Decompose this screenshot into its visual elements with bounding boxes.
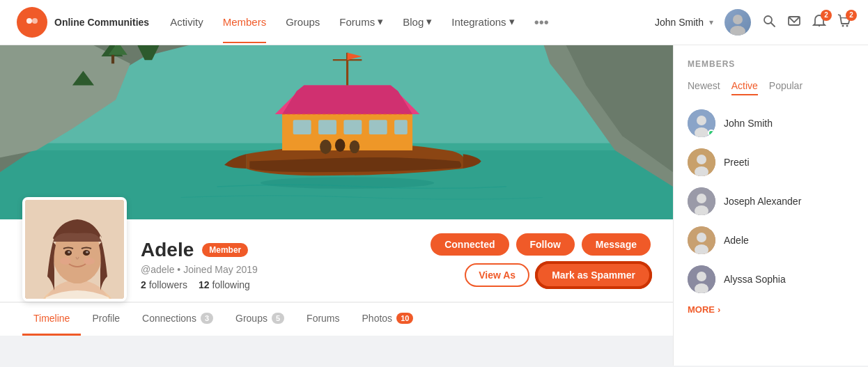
user-avatar[interactable] bbox=[724, 9, 751, 36]
followers-count: 2 followers bbox=[141, 279, 187, 290]
profile-avatar bbox=[25, 200, 124, 299]
follow-button[interactable]: Follow bbox=[516, 233, 575, 256]
svg-point-8 bbox=[842, 24, 844, 26]
nav-integrations[interactable]: Integrations ▾ bbox=[451, 1, 514, 43]
tab-forums[interactable]: Forums bbox=[295, 303, 350, 336]
sidebar-title: MEMBERS bbox=[688, 59, 854, 69]
member-name-joseph: Joseph Alexander bbox=[724, 196, 801, 207]
svg-point-9 bbox=[846, 24, 848, 26]
chevron-down-icon: ▾ bbox=[378, 15, 383, 28]
tab-connections[interactable]: Connections 3 bbox=[131, 303, 224, 336]
sidebar-more-link[interactable]: MORE › bbox=[688, 304, 854, 315]
svg-line-5 bbox=[771, 23, 775, 26]
user-menu[interactable]: John Smith ▾ bbox=[655, 17, 713, 28]
profile-stats: 2 followers 12 following bbox=[141, 279, 417, 290]
cart-badge: 2 bbox=[846, 10, 857, 21]
notifications-badge: 2 bbox=[821, 10, 832, 21]
messages-button[interactable] bbox=[787, 14, 801, 31]
svg-rect-20 bbox=[394, 120, 408, 134]
nav-more-button[interactable]: ••• bbox=[534, 15, 549, 31]
svg-rect-16 bbox=[293, 120, 311, 134]
svg-point-38 bbox=[84, 258, 95, 265]
nav-activity[interactable]: Activity bbox=[170, 2, 203, 43]
svg-rect-18 bbox=[343, 120, 362, 134]
svg-point-36 bbox=[86, 251, 88, 253]
right-sidebar: MEMBERS Newest Active Popular John Smith bbox=[673, 45, 868, 366]
tab-groups[interactable]: Groups 5 bbox=[224, 303, 295, 336]
member-name-preeti: Preeti bbox=[724, 157, 750, 168]
profile-info-content: Adele Member @adele • Joined May 2019 2 … bbox=[141, 228, 417, 302]
groups-badge: 5 bbox=[272, 313, 284, 324]
member-item-alyssa[interactable]: Alyssa Sophia bbox=[688, 265, 854, 293]
logo-icon bbox=[17, 7, 47, 38]
sidebar-tab-newest[interactable]: Newest bbox=[688, 80, 720, 95]
sidebar-tabs: Newest Active Popular bbox=[688, 80, 854, 95]
nav-groups[interactable]: Groups bbox=[286, 2, 320, 43]
member-name-adele: Adele bbox=[724, 235, 749, 246]
member-badge: Member bbox=[202, 243, 248, 257]
profile-name-row: Adele Member bbox=[141, 239, 417, 261]
svg-point-26 bbox=[350, 140, 360, 153]
svg-point-1 bbox=[32, 18, 38, 24]
notifications-button[interactable]: 2 bbox=[812, 14, 826, 31]
message-button[interactable]: Message bbox=[582, 233, 651, 256]
svg-point-49 bbox=[697, 233, 706, 242]
profile-info-bar: Adele Member @adele • Joined May 2019 2 … bbox=[0, 219, 673, 302]
nav-blog[interactable]: Blog ▾ bbox=[403, 1, 432, 43]
tab-timeline[interactable]: Timeline bbox=[22, 303, 81, 336]
sidebar-tab-active[interactable]: Active bbox=[731, 80, 758, 95]
member-item-joseph[interactable]: Joseph Alexander bbox=[688, 187, 854, 215]
photos-badge: 10 bbox=[396, 313, 413, 324]
cover-photo bbox=[0, 45, 673, 219]
user-name: John Smith bbox=[655, 17, 704, 28]
svg-point-2 bbox=[733, 15, 743, 24]
member-avatar-john bbox=[688, 109, 715, 137]
chevron-right-icon: › bbox=[718, 304, 720, 315]
nav-links: Activity Members Groups Forums ▾ Blog ▾ … bbox=[170, 1, 655, 43]
chevron-down-icon: ▾ bbox=[709, 17, 713, 27]
nav-forums[interactable]: Forums ▾ bbox=[339, 1, 383, 43]
member-avatar-alyssa bbox=[688, 265, 715, 293]
svg-rect-17 bbox=[318, 120, 336, 134]
profile-handle: @adele • Joined May 2019 bbox=[141, 264, 417, 275]
member-item-john[interactable]: John Smith bbox=[688, 109, 854, 137]
svg-point-4 bbox=[764, 16, 772, 24]
profile-tabs: Timeline Profile Connections 3 Groups 5 … bbox=[0, 302, 673, 336]
search-button[interactable] bbox=[762, 14, 776, 31]
profile-actions-row1: Connected Follow Message bbox=[431, 233, 651, 256]
member-item-preeti[interactable]: Preeti bbox=[688, 148, 854, 176]
main-layout: Adele Member @adele • Joined May 2019 2 … bbox=[0, 45, 868, 366]
tab-profile[interactable]: Profile bbox=[81, 303, 131, 336]
sidebar-tab-popular[interactable]: Popular bbox=[769, 80, 803, 95]
site-logo[interactable]: Online Communities bbox=[17, 7, 149, 38]
svg-point-3 bbox=[730, 26, 745, 36]
svg-rect-13 bbox=[111, 55, 114, 63]
connections-badge: 3 bbox=[201, 313, 213, 324]
logo-text: Online Communities bbox=[54, 16, 149, 29]
profile-avatar-wrapper bbox=[22, 197, 127, 302]
svg-point-25 bbox=[335, 139, 346, 152]
profile-area: Adele Member @adele • Joined May 2019 2 … bbox=[0, 45, 673, 366]
profile-actions: Connected Follow Message View As Mark as… bbox=[431, 219, 651, 302]
svg-point-23 bbox=[261, 177, 434, 189]
navbar: Online Communities Activity Members Grou… bbox=[0, 0, 868, 45]
view-as-button[interactable]: View As bbox=[465, 263, 529, 287]
connected-button[interactable]: Connected bbox=[431, 233, 509, 256]
svg-point-40 bbox=[697, 116, 706, 125]
svg-point-46 bbox=[697, 194, 706, 203]
svg-rect-19 bbox=[369, 120, 387, 134]
cart-button[interactable]: 2 bbox=[837, 14, 851, 31]
svg-point-35 bbox=[68, 251, 70, 253]
nav-members[interactable]: Members bbox=[223, 2, 267, 43]
profile-name: Adele bbox=[141, 239, 194, 261]
tab-photos[interactable]: Photos 10 bbox=[351, 303, 425, 336]
chevron-down-icon: ▾ bbox=[509, 15, 515, 28]
svg-point-43 bbox=[697, 155, 706, 164]
nav-right: John Smith ▾ 2 bbox=[655, 9, 851, 36]
mark-spammer-button[interactable]: Mark as Spammer bbox=[536, 263, 651, 288]
svg-point-52 bbox=[697, 272, 706, 281]
member-avatar-joseph bbox=[688, 187, 715, 215]
member-item-adele[interactable]: Adele bbox=[688, 226, 854, 254]
member-name-john: John Smith bbox=[724, 118, 773, 129]
member-name-alyssa: Alyssa Sophia bbox=[724, 274, 786, 285]
